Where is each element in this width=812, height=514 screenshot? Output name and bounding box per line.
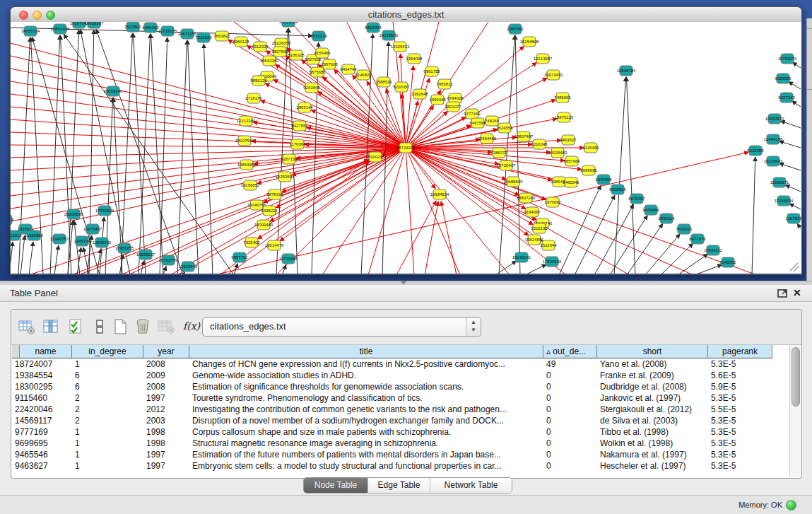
network-node[interactable]: 5875685 [309, 67, 326, 77]
cell-pagerank[interactable]: 5.3E-5 [708, 358, 772, 370]
cell-short[interactable]: de Silva et al. (2003) [597, 415, 708, 426]
cell-in_degree[interactable]: 2 [72, 392, 143, 404]
table-row[interactable]: 946362711997Embryonic stem cells: a mode… [12, 460, 772, 472]
network-node[interactable]: 1170064 [290, 139, 307, 149]
network-node[interactable]: 8572234 [310, 31, 327, 41]
network-node[interactable]: 9267150 [281, 154, 298, 164]
cell-year[interactable]: 2009 [143, 370, 189, 381]
network-node[interactable]: 12325413 [391, 42, 410, 52]
network-node[interactable]: 10025483 [548, 148, 567, 158]
network-node[interactable]: 20364486 [478, 134, 497, 144]
network-node[interactable]: 1015132 [531, 223, 548, 233]
network-node[interactable]: 1167533 [786, 214, 801, 223]
cell-name[interactable]: 9465546 [12, 449, 72, 460]
column-header-year[interactable]: year [143, 345, 189, 358]
cell-short[interactable]: Dudbridge et al. (2008) [597, 381, 708, 392]
cell-name[interactable]: 9777169 [12, 426, 72, 438]
network-node[interactable]: 9155466 [314, 48, 331, 58]
network-node[interactable]: 1145194 [74, 236, 91, 246]
cell-short[interactable]: Tibbo et al. (1998) [597, 426, 708, 438]
cell-pagerank[interactable]: 5.5E-5 [708, 404, 772, 415]
close-panel-icon[interactable]: ✕ [793, 288, 801, 298]
network-node[interactable]: 9245652 [719, 257, 736, 267]
table-settings-icon[interactable] [18, 318, 35, 335]
network-node[interactable]: 9465546 [563, 177, 579, 187]
cell-in_degree[interactable]: 1 [72, 460, 143, 472]
network-node[interactable]: 16648784 [617, 66, 636, 76]
row-options-icon[interactable] [92, 318, 109, 335]
network-node[interactable]: 7632621 [676, 224, 693, 234]
network-node[interactable]: 1588530 [375, 77, 392, 87]
cell-year[interactable]: 1997 [143, 449, 189, 460]
cell-in_degree[interactable]: 1 [72, 358, 143, 370]
table-vertical-scrollbar[interactable] [789, 345, 801, 477]
network-node[interactable]: 8427552 [291, 121, 308, 131]
cell-out_de[interactable]: 49 [543, 358, 597, 370]
network-node[interactable]: 10654112 [704, 245, 723, 255]
cell-pagerank[interactable]: 5.3E-5 [708, 415, 772, 426]
cell-short[interactable]: Hescheler et al. (1997) [597, 460, 708, 472]
column-header-title[interactable]: title [189, 345, 543, 358]
tab-network-table[interactable]: Network Table [430, 478, 512, 493]
network-node[interactable]: 8471676 [689, 234, 706, 244]
network-node[interactable]: 14218506 [379, 30, 399, 40]
network-node[interactable]: 7663822 [213, 31, 230, 41]
network-node[interactable]: 9857964 [563, 156, 580, 166]
network-node[interactable]: 1364098 [406, 54, 423, 64]
network-node[interactable]: 9777169 [464, 109, 481, 119]
network-node[interactable]: 10975487 [83, 224, 102, 234]
cell-year[interactable]: 1998 [143, 426, 189, 438]
network-node[interactable]: 8938924 [609, 185, 626, 194]
network-node[interactable]: 8220357 [393, 82, 410, 92]
float-panel-icon[interactable] [777, 288, 788, 300]
cell-title[interactable]: Estimation of significance thresholds fo… [189, 381, 543, 392]
network-node[interactable]: 10653287 [85, 22, 104, 28]
network-node[interactable]: 7515526 [195, 33, 212, 42]
cell-out_de[interactable]: 0 [543, 449, 597, 460]
cell-name[interactable]: 9463627 [12, 460, 72, 472]
network-node[interactable]: 9115460 [583, 143, 600, 153]
network-node[interactable]: 7485063 [554, 93, 571, 103]
cell-name[interactable]: 9115460 [12, 392, 72, 404]
network-node[interactable]: 18107554 [235, 136, 254, 146]
cell-year[interactable]: 2012 [143, 404, 189, 415]
cell-in_degree[interactable]: 1 [72, 426, 143, 438]
network-node[interactable]: 12093572 [765, 114, 784, 124]
table-selector-combo[interactable]: citations_edges.txt ▲▼ [202, 317, 481, 337]
table-row[interactable]: 2242004622012Investigating the contribut… [12, 404, 772, 415]
network-node[interactable]: 5878334 [266, 189, 283, 199]
network-node[interactable]: 17359924 [95, 206, 114, 216]
network-node[interactable]: 2803144 [296, 103, 313, 112]
cell-short[interactable]: Jankovic et al. (1997) [597, 392, 708, 404]
network-node[interactable]: 2935114 [659, 214, 676, 223]
table-row[interactable]: 946554611997Estimation of the future num… [12, 449, 772, 460]
network-node[interactable]: 16353594 [276, 172, 295, 182]
column-header-name[interactable]: name [20, 345, 72, 358]
network-node[interactable]: 9146821 [355, 70, 372, 80]
network-node[interactable]: 19166852 [241, 180, 260, 190]
cell-out_de[interactable]: 0 [543, 426, 597, 438]
network-node[interactable]: 9184067 [524, 207, 541, 217]
cell-title[interactable]: Genome-wide association studies in ADHD. [189, 370, 543, 381]
network-node[interactable]: 16154808 [520, 37, 539, 47]
cell-in_degree[interactable]: 2 [72, 415, 143, 426]
network-window-titlebar[interactable]: citations_edges.txt [11, 7, 801, 23]
network-node[interactable]: 10719155 [158, 26, 177, 36]
combo-stepper-icon[interactable]: ▲▼ [466, 318, 481, 336]
cell-title[interactable]: Tourette syndrome. Phenomenology and cla… [189, 392, 543, 404]
cell-year[interactable]: 2008 [143, 381, 189, 392]
network-node[interactable]: 6679197 [628, 194, 645, 204]
cell-short[interactable]: Wolkin et al. (1998) [597, 438, 708, 449]
network-node[interactable]: 12213987 [534, 54, 553, 64]
network-node[interactable]: 6466163 [142, 23, 159, 33]
cell-out_de[interactable]: 0 [543, 392, 597, 404]
network-node[interactable]: 15751074 [778, 54, 797, 64]
cell-out_de[interactable]: 0 [543, 404, 597, 415]
network-node[interactable]: 8813054 [365, 23, 382, 33]
cell-name[interactable]: 18724007 [12, 358, 72, 370]
network-node[interactable]: 1975692 [544, 197, 561, 207]
network-node[interactable]: 7625402 [243, 238, 260, 247]
cell-name[interactable]: 18300295 [12, 381, 72, 392]
table-row[interactable]: 1456911722003Disruption of a novel membe… [12, 415, 772, 426]
cell-year[interactable]: 1997 [143, 392, 189, 404]
